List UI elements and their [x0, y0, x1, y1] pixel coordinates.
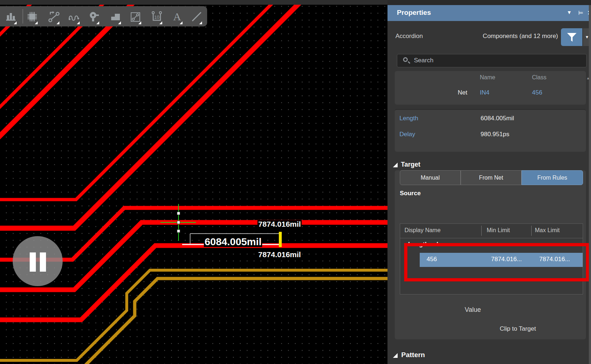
table-header-divider — [400, 238, 583, 238]
line-icon[interactable] — [191, 11, 202, 22]
source-label: Source — [400, 190, 421, 197]
net-row-label: Net — [458, 89, 467, 96]
meander-tune-icon[interactable] — [68, 11, 80, 22]
measure-marker-yellow — [279, 232, 282, 247]
measurement-label-length: 6084.005mil — [204, 237, 262, 247]
scroll-arrow-icon[interactable]: ▲ — [586, 76, 590, 80]
dropdown-triangle — [118, 21, 121, 24]
collapse-caret-icon[interactable]: ▼ — [567, 9, 572, 15]
dropdown-triangle — [14, 21, 17, 24]
section-collapse-icon[interactable] — [393, 163, 398, 167]
trace-gold-1 — [0, 270, 387, 360]
net-col-name: Name — [480, 74, 495, 81]
panel-header: Properties ▼ ⊨ ✕ — [387, 5, 591, 21]
delay-value: 980.951ps — [481, 131, 509, 138]
properties-panel: Properties ▼ ⊨ ✕ Accordion Components (a… — [387, 0, 591, 364]
net-name-link[interactable]: IN4 — [480, 89, 489, 96]
delay-link[interactable]: Delay — [399, 131, 415, 138]
pause-icon — [40, 252, 46, 272]
value-label: Value — [435, 306, 481, 314]
source-manual-button[interactable]: Manual — [400, 170, 461, 185]
length-value: 6084.005mil — [481, 115, 514, 122]
search-input[interactable]: Search — [397, 54, 587, 67]
ordinal-counter-icon[interactable]: 10 — [151, 11, 163, 22]
histogram-icon[interactable] — [5, 11, 17, 22]
pcb-canvas[interactable]: 7874.016mil 6084.005mil 7874.016mil — [0, 0, 387, 364]
dropdown-triangle — [96, 21, 99, 24]
clip-to-target-label: Clip to Target — [500, 325, 536, 332]
table-col-max-limit[interactable]: Max Limit — [535, 227, 559, 234]
measurement-label-min: 7874.016mil — [257, 251, 302, 259]
window-top-strip — [0, 0, 387, 5]
component-chip-icon[interactable] — [26, 11, 38, 22]
svg-text:10: 10 — [154, 14, 159, 20]
search-placeholder: Search — [414, 57, 433, 64]
dropdown-triangle — [56, 21, 59, 24]
panel-title: Properties — [397, 9, 431, 17]
polygon-pour-icon[interactable] — [110, 11, 121, 22]
pin-icon[interactable]: ⊨ — [578, 9, 583, 16]
pcb-traces — [0, 0, 387, 364]
length-delay-block: Length 6084.005mil Delay 980.951ps — [395, 109, 586, 152]
source-from-net-button[interactable]: From Net — [461, 170, 521, 185]
trace-red-bend-2 — [0, 0, 311, 228]
annotation-highlight-rect — [404, 243, 589, 281]
vertex-handle — [177, 212, 180, 215]
length-link[interactable]: Length — [399, 115, 418, 122]
vertex-handle — [177, 230, 180, 233]
funnel-icon — [567, 33, 577, 42]
pcb-toolbar: 10 A — [0, 6, 207, 26]
filter-scope-label[interactable]: Components (and 12 more) — [445, 33, 558, 40]
table-col-display-name[interactable]: Display Name — [405, 227, 441, 234]
dropdown-triangle — [180, 21, 183, 24]
section-collapse-icon[interactable] — [393, 353, 398, 358]
dropdown-triangle — [35, 21, 38, 24]
pause-icon — [30, 252, 36, 272]
svg-text:A: A — [173, 11, 181, 22]
route-icon[interactable] — [48, 11, 60, 22]
dropdown-triangle — [199, 21, 202, 24]
text-string-icon[interactable]: A — [171, 11, 183, 22]
via-icon[interactable] — [88, 11, 100, 22]
pattern-section-header[interactable]: Pattern — [401, 351, 425, 359]
dimension-icon[interactable] — [130, 11, 142, 22]
net-col-class: Class — [532, 74, 546, 81]
panel-top-strip — [387, 0, 591, 5]
trace-red-bend-1 — [0, 0, 282, 200]
filter-button[interactable] — [561, 28, 582, 46]
pause-overlay-button[interactable] — [13, 236, 63, 286]
accordion-label[interactable]: Accordion — [395, 33, 423, 40]
dropdown-triangle — [159, 21, 162, 24]
dropdown-triangle — [77, 21, 80, 24]
target-section-header[interactable]: Target — [401, 161, 420, 168]
vertex-handle — [177, 221, 180, 224]
column-separator[interactable] — [481, 226, 482, 236]
panel-scrollbar[interactable] — [589, 5, 591, 364]
net-class-link[interactable]: 456 — [532, 89, 542, 96]
table-col-min-limit[interactable]: Min Limit — [487, 227, 510, 234]
column-separator[interactable] — [531, 226, 532, 236]
search-icon — [403, 57, 408, 62]
toolbar-separator — [22, 9, 23, 24]
measurement-label-max: 7874.016mil — [257, 220, 302, 228]
net-summary-block: Name Class Net IN4 456 — [395, 71, 586, 105]
dropdown-triangle — [138, 21, 141, 24]
source-from-rules-button[interactable]: From Rules — [521, 170, 583, 185]
